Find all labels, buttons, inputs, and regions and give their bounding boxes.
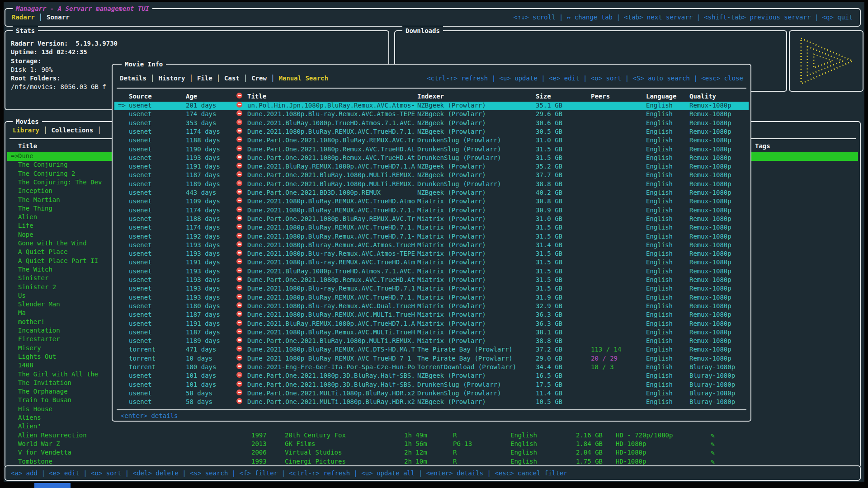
- movie-title-cell: Slender Man: [18, 300, 60, 308]
- modal-footer-keybindings: <enter> details: [121, 412, 178, 420]
- source-cell: usenet: [129, 328, 152, 336]
- search-result-row[interactable]: usenet1174 daysDune.2021.1080p.BluRay.RE…: [114, 128, 749, 136]
- movie-list-item[interactable]: World War Z2013GK Films1h 56mPG-13Englis…: [7, 440, 858, 449]
- age-cell: 1180 days: [186, 302, 220, 310]
- movie-year-cell: 2013: [251, 440, 267, 447]
- movie-title-cell: 1408: [18, 361, 33, 369]
- search-result-row[interactable]: usenet1193 daysDune.2021.1080p.Blu-ray.R…: [114, 285, 749, 293]
- indexer-cell: Miatrix (Prowlarr): [417, 320, 486, 327]
- stats-line: Radarr Version: 5.19.3.9730: [11, 39, 118, 48]
- tab-collections[interactable]: Collections: [51, 127, 93, 134]
- source-cell: usenet: [129, 224, 152, 231]
- tab-library[interactable]: Library: [13, 127, 39, 134]
- search-result-row[interactable]: usenet443 daysDune.Part.One.2021.BD3D.10…: [114, 189, 749, 197]
- search-result-row[interactable]: usenet1174 daysDune.2021.1080p.BluRay.RE…: [114, 206, 749, 215]
- size-cell: 31.5 GB: [536, 145, 562, 153]
- search-result-row[interactable]: usenet1187 daysDune.2021.1080p.BluRay.Re…: [114, 328, 749, 337]
- tab-file[interactable]: File: [197, 75, 212, 82]
- movie-runtime-cell: 1h 49m: [404, 432, 427, 439]
- language-cell: English: [646, 241, 673, 249]
- movie-list-item[interactable]: Alien³: [7, 422, 858, 431]
- search-result-row[interactable]: usenet1189 daysDune.Part.One.2021.BluRay…: [114, 337, 749, 346]
- search-result-row[interactable]: torrent471 daysDune.2021.1080p.BluRay.RE…: [114, 346, 749, 354]
- movie-list-item[interactable]: Alien Resurrection199720th Century Fox1h…: [7, 432, 858, 440]
- search-result-row[interactable]: =>usenet201 daysun.Pol.Hin.Jpn.1080p.Blu…: [114, 102, 749, 110]
- search-result-row[interactable]: torrent180 daysDune-2021-Eng-Fre-Ger-Ita…: [114, 363, 749, 372]
- tab-separator: │: [146, 75, 158, 82]
- search-result-row[interactable]: usenet1191 daysDune.2021.1080p.Blu-ray.R…: [114, 258, 749, 267]
- language-cell: English: [646, 381, 673, 388]
- search-result-row[interactable]: usenet1193 daysDune.Part.One.2021.1080p.…: [114, 276, 749, 285]
- rejected-icon: [236, 119, 242, 125]
- source-cell: usenet: [129, 206, 152, 214]
- language-cell: English: [646, 206, 673, 214]
- search-result-row[interactable]: usenet101 daysDune.Part.One.2021.1080p.3…: [114, 372, 749, 380]
- release-title-cell: Dune.Part.One.2021.1080p.BluRay.REMUX.AV…: [247, 136, 415, 144]
- quality-cell: Remux-1080p: [689, 267, 731, 275]
- search-result-row[interactable]: usenet1193 daysDune.Part.One.2021.1080p.…: [114, 154, 749, 163]
- search-result-row[interactable]: usenet1174 daysDune.2021.1080p.BluRay.RE…: [114, 224, 749, 232]
- size-cell: 37.2 GB: [536, 346, 562, 353]
- search-result-row[interactable]: usenet1191 daysDune.2021.BluRay.REMUX.10…: [114, 320, 749, 328]
- search-result-row[interactable]: usenet58 daysDune.Part.One.2021.MULTi.10…: [114, 389, 749, 398]
- search-result-row[interactable]: usenet58 daysDune.Part.One.2021.MULTi.10…: [114, 398, 749, 407]
- search-result-row[interactable]: usenet1191 daysDune.2021.BluRay.REMUX.10…: [114, 163, 749, 171]
- movie-list-item[interactable]: Tombstone1993Cinergi Pictures2h 10mREngl…: [7, 458, 858, 466]
- indexer-cell: NZBgeek (Prowlarr): [417, 128, 486, 135]
- movie-title-cell: Firestarter: [18, 335, 60, 343]
- search-result-row[interactable]: usenet174 daysDune.2021.1080p.Blu-ray.Re…: [114, 110, 749, 119]
- source-cell: usenet: [129, 163, 152, 170]
- release-title-cell: Dune.2021.BluRay.REMUX.1080p.AVC.TrueHD7…: [247, 320, 415, 327]
- movie-quality-cell: HD-1080p: [616, 458, 646, 465]
- tab-details[interactable]: Details: [120, 75, 146, 82]
- search-result-row[interactable]: usenet1188 daysDune.Part.One.2021.1080p.…: [114, 215, 749, 224]
- quality-cell: Remux-1080p: [689, 328, 731, 336]
- search-result-row[interactable]: usenet1192 daysDune.2021.1080p.BluRay.Re…: [114, 233, 749, 241]
- release-title-cell: Dune.2021.BluRay.REMUX.1080p.AVC.TrueHD7…: [247, 163, 415, 170]
- release-title-cell: Dune.Part.One.2021.1080p.Remux.AVC.TrueH…: [247, 145, 415, 153]
- language-cell: English: [646, 189, 673, 196]
- release-title-cell: Dune-2021-Eng-Fre-Ger-Ita-Por-Spa-Cze-Hu…: [247, 363, 415, 371]
- search-result-row[interactable]: usenet353 daysDune.2021.BluRay.1080p.Tru…: [114, 119, 749, 128]
- language-cell: English: [646, 372, 673, 379]
- search-result-row[interactable]: usenet1193 daysDune.2021.BluRay.1080p.Tr…: [114, 267, 749, 276]
- search-result-row[interactable]: usenet1187 daysDune.Part.One.2021.BluRay…: [114, 171, 749, 180]
- quality-cell: Remux-1080p: [689, 241, 731, 249]
- tab-radarr[interactable]: Radarr: [12, 14, 35, 21]
- search-result-row[interactable]: usenet1193 daysDune.2021.1080p.Blu-ray.R…: [114, 250, 749, 258]
- search-result-row[interactable]: usenet1193 daysDune.2021.1080p.Bluray.Re…: [114, 241, 749, 250]
- indexer-cell: DrunkenSlug (Prowlarr): [417, 145, 501, 153]
- search-result-row[interactable]: torrent10 daysDune 2021 1080p BluRay REM…: [114, 355, 749, 363]
- search-result-row[interactable]: usenet1180 daysDune.2021.1080p.Blu-ray.R…: [114, 302, 749, 311]
- search-result-row[interactable]: usenet1188 daysDune.Part.One.2021.1080p.…: [114, 136, 749, 145]
- language-cell: English: [646, 346, 673, 353]
- search-result-row[interactable]: usenet1190 daysDune.Part.One.2021.1080p.…: [114, 145, 749, 154]
- search-result-row[interactable]: usenet1189 daysDune.Part.One.2021.BluRay…: [114, 180, 749, 189]
- indexer-cell: Miatrix (Prowlarr): [417, 250, 486, 257]
- search-result-row[interactable]: usenet1193 daysDune.2021.1080p.BluRay.RE…: [114, 294, 749, 302]
- size-cell: 16.5 GB: [536, 372, 562, 379]
- age-cell: 1187 days: [186, 311, 220, 318]
- quality-cell: Bluray-1080p: [689, 381, 735, 388]
- quality-cell: Remux-1080p: [689, 128, 731, 135]
- modal-tabbar: Details│History│File│Cast│Crew│Manual Se…: [120, 74, 328, 83]
- movie-list-item[interactable]: V for Vendetta2006Virtual Studios2h 12mR…: [7, 449, 858, 457]
- tab-crew[interactable]: Crew: [251, 75, 267, 82]
- tab-cast[interactable]: Cast: [224, 75, 240, 82]
- movie-title-cell: The Conjuring 2: [18, 170, 75, 177]
- age-cell: 1191 days: [186, 163, 220, 170]
- movie-title-cell: Incantation: [18, 327, 60, 334]
- indexer-cell: Miatrix (Prowlarr): [417, 224, 486, 231]
- tab-sonarr[interactable]: Sonarr: [47, 14, 70, 21]
- tab-manual-search[interactable]: Manual Search: [278, 75, 328, 82]
- size-cell: 31.4 GB: [536, 241, 562, 249]
- search-result-row[interactable]: usenet1187 daysDune.2021.1080p.BluRay.RE…: [114, 311, 749, 319]
- search-result-row[interactable]: usenet1109 daysDune.2021.1080p.BluRay.RE…: [114, 197, 749, 206]
- tab-history[interactable]: History: [158, 75, 185, 82]
- search-result-row[interactable]: usenet101 daysDune.Part.One.2021.1080p.3…: [114, 381, 749, 389]
- indexer-cell: DrunkenSlug (Prowlarr): [417, 180, 501, 188]
- source-cell: usenet: [129, 372, 152, 379]
- bottom-bar-panel: <a> add | <e> edit | <o> sort | <del> de…: [5, 465, 861, 481]
- age-cell: 1191 days: [186, 320, 220, 327]
- rejected-icon: [236, 128, 242, 134]
